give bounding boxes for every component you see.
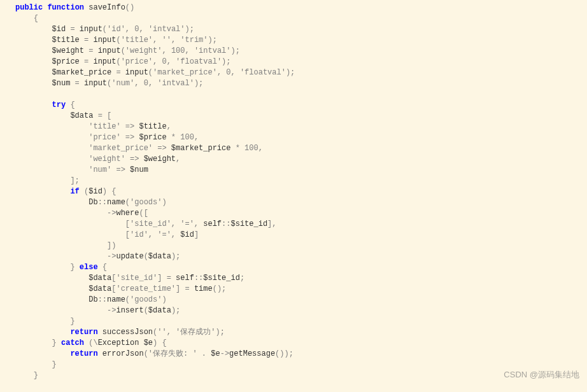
fn-call: input (93, 36, 116, 45)
class-name: Db (88, 295, 97, 304)
line: 'title' => $title, (15, 122, 171, 131)
line: if ($id) { (15, 187, 116, 196)
function-name: saveInfo (88, 3, 125, 12)
variable: $title (52, 36, 80, 45)
fn-call: input (93, 57, 116, 66)
keyword-try: try (52, 101, 66, 109)
line: ->update($data); (15, 252, 180, 261)
line: return successJson('', '保存成功'); (15, 328, 225, 337)
variable: $market_price (52, 68, 112, 77)
class-name: Exception (98, 339, 139, 347)
line: $market_price = input('market_price', 0,… (15, 68, 295, 77)
keyword-catch: catch (61, 339, 84, 347)
line: ->where([ (15, 209, 148, 218)
keyword-return: return (70, 328, 97, 337)
line: } else { (15, 263, 107, 272)
line: $num = input('num', 0, 'intval'); (15, 79, 203, 88)
variable: $id (52, 25, 66, 34)
watermark: CSDN @源码集结地 (504, 369, 579, 380)
line: $price = input('price', 0, 'floatval'); (15, 57, 231, 66)
line: 'num' => $num (15, 165, 148, 174)
variable: $data (70, 111, 93, 120)
line (15, 90, 20, 99)
line: Db::name('goods') (15, 198, 167, 207)
line: } (15, 317, 75, 326)
line: ]) (15, 241, 116, 250)
fn-call: input (84, 79, 107, 88)
line: $data['site_id'] = self::$site_id; (15, 274, 244, 283)
line: } (15, 371, 38, 380)
line: ['id', '=', $id] (15, 230, 199, 239)
line: ->insert($data); (15, 306, 180, 315)
line: ]; (15, 176, 80, 185)
line: } (15, 360, 57, 369)
line: { (15, 14, 38, 23)
class-name: Db (88, 198, 97, 207)
fn-call: input (80, 25, 103, 34)
line: 'weight' => $weight, (15, 155, 180, 164)
line: $weight = input('weight', 100, 'intval')… (15, 46, 240, 55)
line: return errorJson('保存失败: ' . $e->getMessa… (15, 349, 294, 358)
variable: $num (52, 79, 71, 88)
line: public function saveInfo() (15, 3, 134, 12)
fn-call: input (98, 46, 121, 55)
line: $data = [ (15, 111, 111, 120)
line: } catch (\Exception $e) { (15, 339, 167, 347)
line: $data['create_time'] = time(); (15, 284, 226, 293)
keyword-return: return (70, 349, 97, 358)
variable: $price (52, 57, 80, 66)
code-block: public function saveInfo() { $id = input… (15, 3, 582, 381)
line: ['site_id', '=', self::$site_id], (15, 220, 277, 228)
line: 'market_price' => $market_price * 100, (15, 144, 263, 153)
keyword-else: else (80, 263, 98, 272)
keyword-if: if (70, 187, 79, 196)
line: $title = input('title', '', 'trim'); (15, 36, 217, 45)
line: Db::name('goods') (15, 295, 167, 304)
keyword-function: function (47, 3, 84, 12)
line: 'price' => $price * 100, (15, 133, 199, 142)
line: $id = input('id', 0, 'intval'); (15, 25, 194, 34)
line: try { (15, 101, 75, 109)
fn-call: input (125, 68, 148, 77)
variable: $weight (52, 46, 84, 55)
keyword-public: public (15, 3, 43, 12)
